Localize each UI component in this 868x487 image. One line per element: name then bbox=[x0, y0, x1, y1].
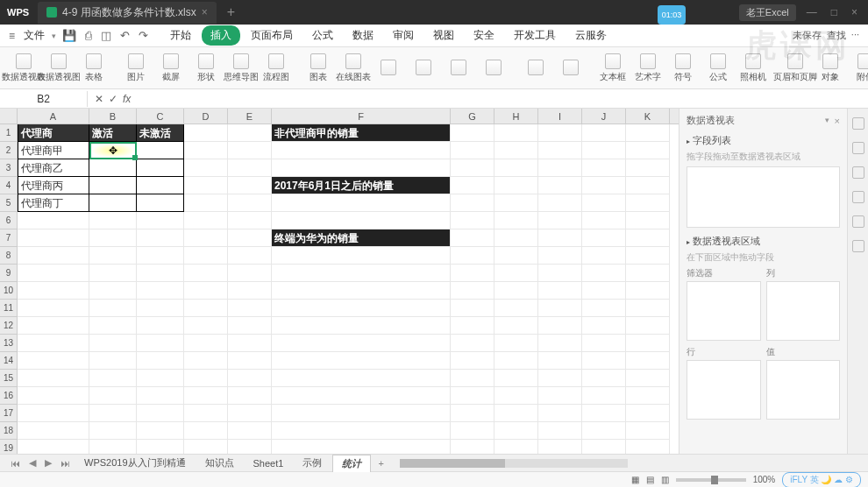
cell[interactable] bbox=[228, 212, 272, 229]
area-values-box[interactable] bbox=[766, 360, 841, 420]
cell[interactable] bbox=[184, 335, 228, 352]
cell[interactable] bbox=[89, 212, 137, 229]
cell[interactable] bbox=[228, 300, 272, 317]
cell[interactable] bbox=[494, 265, 538, 282]
cell[interactable] bbox=[451, 282, 494, 300]
ribbon-online-chart[interactable]: 在线图表 bbox=[337, 53, 370, 83]
save-icon[interactable]: 💾 bbox=[60, 29, 79, 42]
row-header[interactable]: 9 bbox=[0, 265, 18, 282]
cell[interactable] bbox=[451, 194, 494, 212]
cell[interactable] bbox=[582, 387, 626, 405]
panel-dropdown-icon[interactable]: ▾ bbox=[825, 116, 829, 126]
cell[interactable] bbox=[451, 422, 494, 440]
ribbon-picture[interactable]: 图片 bbox=[119, 53, 153, 83]
minimize-button[interactable]: — bbox=[803, 6, 821, 18]
cell[interactable] bbox=[494, 282, 538, 300]
ribbon-attachment[interactable]: 附件 bbox=[849, 53, 868, 83]
cell[interactable] bbox=[89, 159, 137, 177]
cell[interactable]: 激活 bbox=[89, 124, 137, 142]
cell[interactable] bbox=[626, 194, 670, 212]
row-header[interactable]: 3 bbox=[0, 159, 18, 177]
cell[interactable] bbox=[228, 282, 272, 300]
cell[interactable] bbox=[582, 370, 626, 387]
cell[interactable] bbox=[582, 124, 626, 142]
cell[interactable] bbox=[582, 422, 626, 440]
cell[interactable] bbox=[582, 212, 626, 229]
cell[interactable] bbox=[582, 352, 626, 370]
row-header[interactable]: 7 bbox=[0, 229, 18, 247]
cell[interactable] bbox=[626, 265, 670, 282]
ribbon-slicer2[interactable] bbox=[554, 60, 587, 77]
col-header-B[interactable]: B bbox=[89, 109, 137, 124]
cell[interactable] bbox=[184, 387, 228, 405]
cell[interactable] bbox=[184, 352, 228, 370]
cell[interactable] bbox=[18, 317, 89, 335]
cell[interactable] bbox=[494, 124, 538, 142]
cell[interactable] bbox=[89, 317, 137, 335]
cell[interactable] bbox=[451, 317, 494, 335]
ribbon-pivot-chart[interactable]: 数据透视图 bbox=[42, 53, 75, 83]
row-header[interactable]: 6 bbox=[0, 212, 18, 229]
row-header[interactable]: 11 bbox=[0, 300, 18, 317]
cell[interactable] bbox=[184, 229, 228, 247]
cell[interactable] bbox=[184, 440, 228, 454]
cell[interactable] bbox=[626, 212, 670, 229]
cell[interactable] bbox=[272, 212, 451, 229]
cell[interactable] bbox=[184, 300, 228, 317]
menu-right-more[interactable]: ··· bbox=[851, 29, 859, 42]
cell[interactable] bbox=[228, 177, 272, 194]
tab-start[interactable]: 开始 bbox=[161, 25, 200, 46]
cell[interactable] bbox=[228, 124, 272, 142]
cell[interactable] bbox=[626, 177, 670, 194]
ribbon-table[interactable]: 表格 bbox=[77, 53, 110, 83]
cell[interactable] bbox=[137, 282, 184, 300]
preview-icon[interactable]: ◫ bbox=[98, 29, 114, 42]
cell[interactable]: 代理商丁 bbox=[18, 194, 89, 212]
cell[interactable] bbox=[494, 194, 538, 212]
cell[interactable] bbox=[626, 282, 670, 300]
accept-formula-icon[interactable]: ✓ bbox=[109, 93, 117, 105]
cell[interactable] bbox=[18, 300, 89, 317]
rtool-clip-icon[interactable] bbox=[852, 166, 864, 179]
cell[interactable] bbox=[494, 177, 538, 194]
cell[interactable] bbox=[451, 247, 494, 265]
cell[interactable]: 未激活 bbox=[137, 124, 184, 142]
cell[interactable] bbox=[272, 142, 451, 159]
row-header[interactable]: 2 bbox=[0, 142, 18, 159]
cell[interactable] bbox=[538, 387, 582, 405]
cell[interactable] bbox=[18, 282, 89, 300]
select-all-corner[interactable] bbox=[0, 109, 18, 124]
cell[interactable] bbox=[184, 194, 228, 212]
area-filter-box[interactable] bbox=[687, 281, 761, 341]
cell[interactable] bbox=[626, 387, 670, 405]
col-header-I[interactable]: I bbox=[538, 109, 582, 124]
cell[interactable] bbox=[494, 247, 538, 265]
col-header-H[interactable]: H bbox=[494, 109, 538, 124]
cell[interactable] bbox=[538, 335, 582, 352]
cell[interactable] bbox=[89, 352, 137, 370]
cell[interactable] bbox=[538, 282, 582, 300]
ribbon-textbox[interactable]: 文本框 bbox=[596, 53, 630, 83]
cell[interactable] bbox=[538, 370, 582, 387]
sheet-nav-first[interactable]: ⏮ bbox=[7, 458, 24, 469]
zoom-slider[interactable] bbox=[676, 478, 746, 482]
cell[interactable] bbox=[228, 194, 272, 212]
cell[interactable] bbox=[272, 300, 451, 317]
cell[interactable] bbox=[582, 335, 626, 352]
tab-pagelayout[interactable]: 页面布局 bbox=[242, 25, 302, 46]
tab-formula[interactable]: 公式 bbox=[303, 25, 342, 46]
cell[interactable] bbox=[184, 159, 228, 177]
cell[interactable] bbox=[272, 194, 451, 212]
cell[interactable] bbox=[538, 229, 582, 247]
cancel-formula-icon[interactable]: ✕ bbox=[95, 93, 103, 105]
cell[interactable] bbox=[184, 177, 228, 194]
cell[interactable] bbox=[272, 352, 451, 370]
cell[interactable] bbox=[582, 177, 626, 194]
cell[interactable] bbox=[137, 317, 184, 335]
row-header[interactable]: 5 bbox=[0, 194, 18, 212]
cell[interactable] bbox=[137, 335, 184, 352]
horizontal-scrollbar[interactable] bbox=[400, 459, 628, 468]
cell[interactable] bbox=[137, 352, 184, 370]
view-break-icon[interactable]: ▥ bbox=[661, 475, 669, 484]
cell[interactable] bbox=[228, 317, 272, 335]
